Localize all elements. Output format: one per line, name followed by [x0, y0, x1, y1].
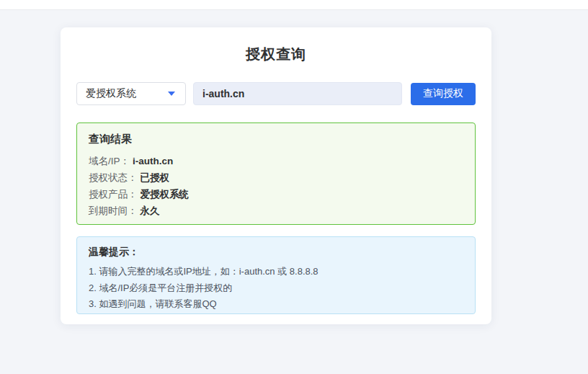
result-label: 授权状态： — [89, 172, 138, 183]
result-value: i-auth.cn — [133, 156, 173, 166]
result-row-expiry: 到期时间：永久 — [89, 202, 463, 219]
query-auth-button[interactable]: 查询授权 — [411, 83, 476, 105]
result-label: 到期时间： — [89, 205, 138, 216]
result-value: 永久 — [141, 205, 160, 216]
tips-panel: 温馨提示： 1. 请输入完整的域名或IP地址，如：i-auth.cn 或 8.8… — [76, 236, 476, 314]
result-value: 爱授权系统 — [141, 189, 190, 200]
query-form: 爱授权系统 查询授权 — [76, 82, 476, 105]
top-bar — [0, 0, 588, 10]
result-label: 域名/IP： — [89, 156, 130, 166]
tips-title: 温馨提示： — [89, 246, 463, 259]
result-row-status: 授权状态：已授权 — [89, 169, 463, 186]
result-title: 查询结果 — [89, 133, 463, 146]
result-row-domain: 域名/IP：i-auth.cn — [89, 153, 463, 169]
domain-input[interactable] — [193, 82, 402, 105]
page-title: 授权查询 — [76, 45, 476, 64]
tip-line-3: 3. 如遇到问题，请联系客服QQ — [89, 296, 463, 313]
product-select-value: 爱授权系统 — [86, 87, 136, 100]
query-result-panel: 查询结果 域名/IP：i-auth.cn 授权状态：已授权 授权产品：爱授权系统… — [76, 123, 476, 225]
tip-line-2: 2. 域名/IP必须是平台注册并授权的 — [89, 280, 463, 297]
result-value: 已授权 — [141, 172, 170, 183]
tip-line-1: 1. 请输入完整的域名或IP地址，如：i-auth.cn 或 8.8.8.8 — [89, 264, 463, 280]
auth-query-card: 授权查询 爱授权系统 查询授权 查询结果 域名/IP：i-auth.cn 授权状… — [61, 27, 491, 324]
result-row-product: 授权产品：爱授权系统 — [89, 186, 463, 202]
product-select[interactable]: 爱授权系统 — [76, 82, 186, 105]
chevron-down-icon — [168, 92, 175, 96]
result-label: 授权产品： — [89, 189, 138, 200]
